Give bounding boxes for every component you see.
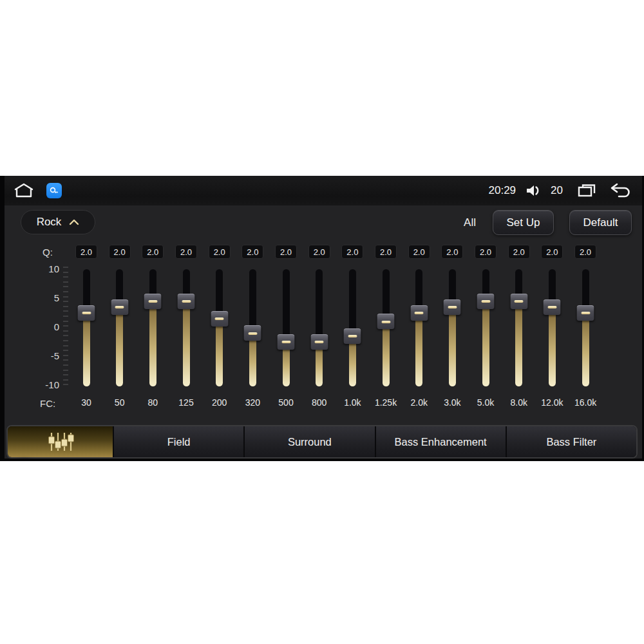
gain-slider-8.0k[interactable] [510, 269, 527, 386]
handle-dash [481, 300, 490, 303]
handle-dash [547, 306, 556, 308]
gain-slider-12.0k[interactable] [544, 269, 561, 386]
slider-fill [549, 307, 556, 387]
q-value-box: 2.0 [142, 245, 164, 259]
handle-dash [381, 321, 390, 323]
q-value-box: 2.0 [109, 245, 131, 259]
freq-label: 125 [178, 397, 193, 408]
freq-label: 80 [148, 397, 158, 408]
slider-handle[interactable] [78, 305, 95, 321]
q-value-box: 2.0 [242, 245, 263, 259]
q-value-box: 2.0 [209, 245, 231, 259]
setup-button[interactable]: Set Up [493, 210, 554, 235]
gain-slider-5.0k[interactable] [477, 269, 495, 386]
gain-slider-125[interactable] [178, 269, 195, 386]
slider-fill [249, 333, 256, 386]
preset-label: Rock [37, 216, 62, 229]
gain-slider-200[interactable] [211, 269, 228, 386]
slider-handle[interactable] [410, 305, 428, 321]
chevron-up-icon [69, 219, 79, 225]
audio-app-icon[interactable] [46, 183, 62, 198]
q-value-box: 2.0 [308, 245, 330, 259]
slider-handle[interactable] [278, 334, 295, 350]
slider-fill [149, 301, 156, 387]
freq-label: 3.0k [444, 397, 460, 408]
tab-bass-enhancement[interactable]: Bass Enhancement [375, 426, 506, 457]
preset-dropdown[interactable]: Rock [21, 210, 95, 234]
speaker-icon [525, 184, 542, 198]
handle-dash [182, 300, 191, 303]
gain-slider-80[interactable] [144, 269, 162, 386]
slider-handle[interactable] [211, 311, 228, 327]
slider-handle[interactable] [444, 299, 461, 315]
gain-slider-16.0k[interactable] [577, 269, 594, 386]
gain-slider-30[interactable] [78, 269, 95, 386]
q-value-box: 2.0 [574, 245, 596, 259]
freq-label: 8.0k [510, 397, 527, 408]
page-canvas: 20:29 20 Rock [0, 0, 644, 644]
tab-label: Surround [288, 436, 332, 448]
db-scale-label: -5 [37, 350, 59, 361]
slider-fill [449, 307, 456, 387]
default-button[interactable]: Default [569, 210, 632, 235]
slider-fill [183, 301, 190, 387]
gain-slider-800[interactable] [310, 269, 328, 386]
tab-equalizer[interactable] [8, 426, 113, 457]
db-scale-label: -10 [37, 379, 59, 390]
handle-dash [82, 312, 91, 314]
q-value-box: 2.0 [275, 245, 297, 259]
q-value-box: 2.0 [508, 245, 530, 259]
q-value-box: 2.0 [75, 245, 97, 259]
clock: 20:29 [489, 184, 516, 197]
slider-fill [482, 301, 489, 387]
gain-slider-500[interactable] [278, 269, 295, 386]
equalizer-icon [45, 430, 76, 453]
gain-slider-1.0k[interactable] [344, 269, 361, 386]
freq-label: 800 [312, 397, 327, 408]
db-scale-ruler [63, 267, 68, 389]
tab-label: Bass Enhancement [395, 436, 487, 448]
recent-apps-icon[interactable] [577, 183, 596, 198]
tab-label: Field [167, 436, 191, 448]
tab-field[interactable]: Field [113, 426, 243, 457]
db-scale-label: 0 [37, 321, 59, 332]
head-unit-screen: 20:29 20 Rock [0, 176, 644, 461]
freq-label: 12.0k [541, 397, 563, 408]
handle-dash [515, 300, 524, 303]
gain-slider-50[interactable] [111, 269, 128, 386]
slider-handle[interactable] [111, 299, 128, 315]
tab-label: Bass Filter [546, 436, 596, 448]
gain-slider-2.0k[interactable] [410, 269, 428, 386]
home-icon[interactable] [13, 182, 35, 199]
handle-dash [448, 306, 457, 308]
slider-handle[interactable] [144, 294, 162, 309]
q-value-box: 2.0 [441, 245, 463, 259]
slider-handle[interactable] [477, 294, 495, 309]
handle-dash [348, 335, 357, 337]
tab-bass-filter[interactable]: Bass Filter [506, 426, 636, 457]
freq-label: 500 [278, 397, 293, 408]
slider-handle[interactable] [577, 305, 594, 321]
slider-fill [116, 307, 123, 387]
slider-handle[interactable] [178, 294, 195, 309]
slider-fill [383, 321, 390, 386]
handle-dash [581, 312, 590, 314]
q-value-box: 2.0 [175, 245, 197, 259]
handle-dash [415, 312, 424, 314]
slider-handle[interactable] [377, 314, 395, 329]
tab-surround[interactable]: Surround [243, 426, 374, 457]
back-icon[interactable] [609, 183, 631, 198]
gain-slider-1.25k[interactable] [377, 269, 395, 386]
all-label[interactable]: All [462, 216, 477, 229]
slider-handle[interactable] [310, 334, 328, 350]
db-scale-label: 10 [37, 263, 59, 274]
slider-handle[interactable] [244, 325, 261, 341]
gain-slider-320[interactable] [244, 269, 261, 386]
gain-slider-3.0k[interactable] [444, 269, 461, 386]
slider-handle[interactable] [344, 328, 361, 344]
slider-handle[interactable] [544, 299, 561, 315]
slider-fill [515, 301, 522, 387]
bezel-edge [0, 176, 5, 461]
freq-label: 1.0k [344, 397, 361, 408]
slider-handle[interactable] [510, 294, 527, 309]
